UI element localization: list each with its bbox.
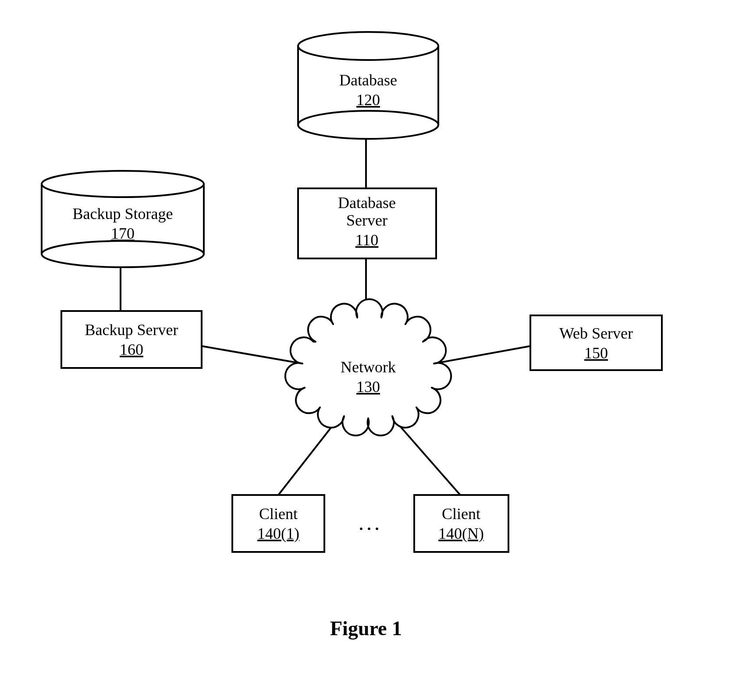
- client-1-label: Client: [259, 505, 298, 523]
- web-server-label: Web Server: [559, 325, 633, 342]
- database-server-label-l2: Server: [346, 212, 387, 229]
- svg-point-4: [42, 241, 204, 267]
- backup-server-label: Backup Server: [85, 321, 178, 339]
- network-num: 130: [356, 378, 380, 396]
- database-server-label-l1: Database: [338, 194, 396, 212]
- conn-network-to-clientN: [399, 425, 460, 495]
- client-n-num: 140(N): [438, 525, 484, 542]
- network-diagram: Database 120 Backup Storage 170 Database…: [0, 0, 732, 700]
- database-label: Database: [339, 71, 397, 89]
- svg-rect-7: [61, 311, 202, 368]
- client-1-box: Client 140(1): [232, 495, 324, 552]
- database-server-box: Database Server 110: [298, 188, 436, 258]
- conn-webserver-to-network: [434, 346, 530, 364]
- web-server-box: Web Server 150: [530, 315, 662, 370]
- svg-point-1: [298, 111, 438, 139]
- client-n-label: Client: [442, 505, 480, 523]
- web-server-num: 150: [584, 344, 608, 362]
- conn-backupserver-to-network: [202, 346, 302, 364]
- network-label: Network: [341, 358, 396, 376]
- svg-point-2: [298, 32, 438, 60]
- backup-storage-cylinder: Backup Storage 170: [42, 171, 204, 267]
- svg-rect-9: [232, 495, 324, 552]
- client-1-num: 140(1): [257, 525, 299, 542]
- backup-server-box: Backup Server 160: [61, 311, 202, 368]
- svg-rect-8: [530, 315, 662, 370]
- database-num: 120: [356, 91, 380, 109]
- conn-network-to-client1: [278, 425, 333, 495]
- network-cloud: Network 130: [285, 299, 451, 435]
- ellipsis: . . .: [359, 516, 379, 534]
- svg-rect-10: [414, 495, 508, 552]
- backup-storage-label: Backup Storage: [73, 205, 173, 223]
- backup-storage-num: 170: [111, 225, 135, 242]
- client-n-box: Client 140(N): [414, 495, 508, 552]
- backup-server-num: 160: [120, 341, 143, 358]
- figure-caption: Figure 1: [330, 617, 402, 640]
- database-cylinder: Database 120: [298, 32, 438, 139]
- database-server-num: 110: [355, 231, 379, 249]
- svg-point-5: [42, 171, 204, 197]
